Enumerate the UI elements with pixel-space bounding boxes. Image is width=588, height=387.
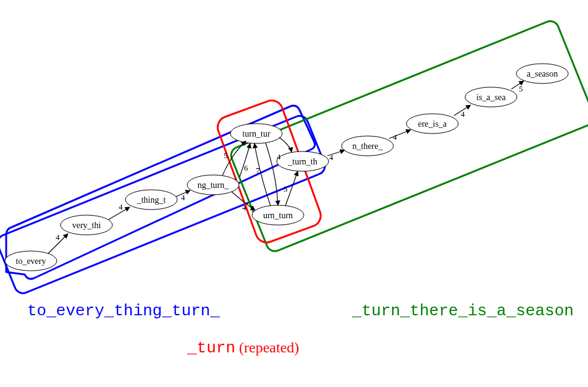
node-label: _turn_th [287, 157, 317, 166]
edge-label: 5 [284, 184, 288, 194]
edge-label: 4 [242, 203, 246, 212]
caption-left: to_every_thing_turn_ [27, 302, 220, 320]
edge-4b [279, 137, 292, 152]
node-label: ng_turn_ [198, 181, 230, 190]
caption-bottom-plain: (repeated) [235, 339, 299, 355]
node-to-every: to_every [5, 251, 57, 271]
node-thing-t: _thing_t [125, 190, 177, 210]
node-a-season: a_season [516, 64, 568, 83]
caption-bottom: _turn (repeated) [187, 339, 299, 357]
debruijn-graph-diagram: to_every very_thi _thing_t ng_turn_ turn… [0, 0, 588, 387]
edge-label: 5 [224, 151, 228, 160]
node-is-a-sea: is_a_sea [465, 87, 517, 107]
edge-label: 4 [393, 132, 397, 142]
edge-label: 4 [277, 152, 281, 161]
node-urn-turn: urn_turn [252, 205, 304, 225]
edge-label: 5 [519, 84, 523, 93]
edge-label: 4 [119, 202, 123, 211]
node-label: to_every [16, 257, 46, 266]
edge-label: 4 [56, 232, 60, 242]
node-label: _thing_t [136, 195, 166, 205]
edge-label: 4 [461, 109, 465, 119]
node-label: urn_turn [263, 211, 293, 220]
caption-right: _turn_there_is_a_season [352, 302, 574, 320]
node-turn-tur: turn_tur [230, 124, 282, 143]
node-label: n_there_ [353, 142, 384, 151]
caption-bottom-code: _turn [187, 339, 235, 357]
node-n-there: n_there_ [342, 136, 393, 156]
edge-label: 4 [329, 153, 334, 162]
node-label: ere_is_a [418, 119, 447, 129]
node-label: turn_tur [242, 129, 270, 138]
edge-label: 4 [181, 193, 185, 202]
node-label: is_a_sea [476, 93, 506, 102]
edge-label: 6 [244, 163, 248, 172]
node-label: very_thi [72, 221, 101, 230]
node-turn-th: _turn_th [277, 151, 329, 171]
node-label: a_season [527, 69, 558, 79]
node-very-thi: very_thi [61, 215, 112, 235]
node-ere-is-a: ere_is_a [406, 114, 458, 134]
node-ng-turn: ng_turn_ [187, 175, 239, 195]
edge-label: 7 [256, 166, 260, 175]
